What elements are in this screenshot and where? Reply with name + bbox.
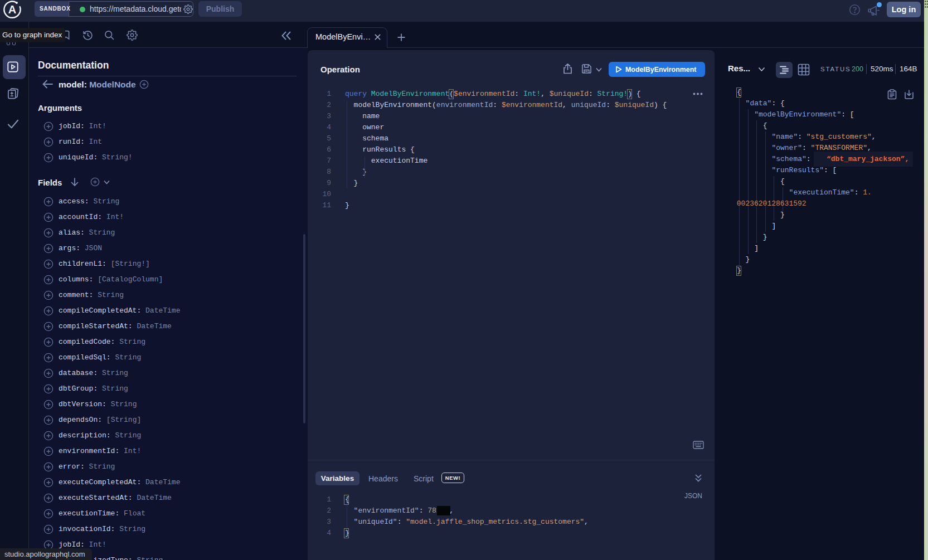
svg-text:A: A [8,3,16,16]
